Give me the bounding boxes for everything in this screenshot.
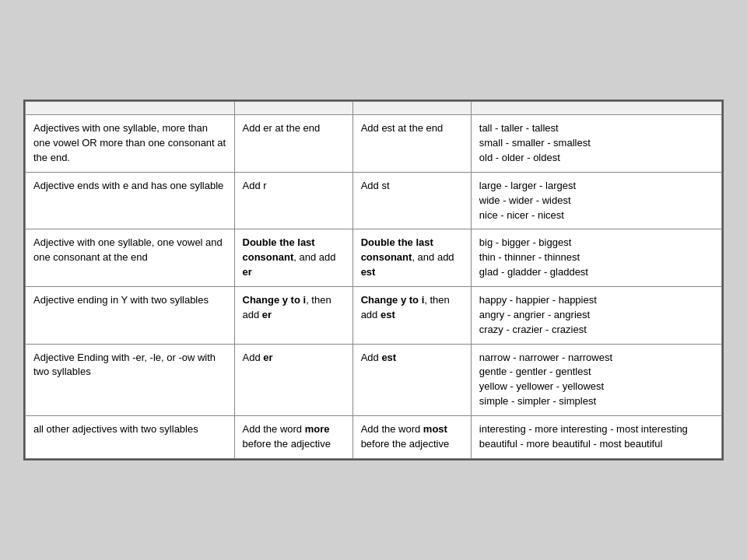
- example-item: large - larger - largest: [479, 180, 576, 191]
- cell-comparative: Double the last consonant, and add er: [234, 229, 352, 287]
- table-row: Adjective ends with e and has one syllab…: [26, 172, 722, 229]
- cell-examples: big - bigger - biggestthin - thinner - t…: [471, 229, 721, 287]
- cell-examples: tall - taller - tallestsmall - smaller -…: [471, 115, 721, 173]
- example-item: gentle - gentler - gentlest: [479, 366, 591, 377]
- header-example: [471, 102, 721, 115]
- example-item: crazy - crazier - craziest: [479, 324, 587, 335]
- example-item: happy - happier - happiest: [479, 294, 597, 306]
- example-item: narrow - narrower - narrowest: [479, 352, 612, 363]
- table-row: Adjective ending in Y with two syllables…: [26, 287, 722, 345]
- table-row: Adjective with one syllable, one vowel a…: [26, 229, 722, 287]
- header-superlative: [352, 102, 471, 115]
- example-item: wide - wider - widest: [479, 194, 571, 206]
- cell-examples: happy - happier - happiestangry - angrie…: [471, 287, 721, 345]
- header-row: [26, 102, 722, 115]
- example-item: angry - angrier - angriest: [479, 309, 590, 320]
- cell-comparative: Add er: [234, 344, 352, 415]
- example-item: beautiful - more beautiful - most beauti…: [479, 438, 663, 450]
- example-item: small - smaller - smallest: [479, 137, 591, 149]
- cell-superlative: Add the word most before the adjective: [352, 415, 471, 458]
- example-item: interesting - more interesting - most in…: [479, 423, 688, 435]
- cell-type: all other adjectives with two syllables: [26, 415, 235, 458]
- cell-type: Adjective with one syllable, one vowel a…: [26, 229, 235, 287]
- example-item: tall - taller - tallest: [479, 122, 559, 134]
- adjective-rules-table: Adjectives with one syllable, more than …: [25, 101, 722, 458]
- cell-examples: large - larger - largestwide - wider - w…: [471, 172, 721, 229]
- cell-superlative: Add est: [352, 344, 471, 415]
- table-row: Adjective Ending with -er, -le, or -ow w…: [26, 344, 722, 415]
- header-comparative: [234, 102, 352, 115]
- cell-superlative: Add st: [352, 172, 471, 229]
- cell-comparative: Add r: [234, 172, 352, 229]
- example-item: thin - thinner - thinnest: [479, 251, 580, 263]
- cell-type: Adjectives with one syllable, more than …: [26, 115, 235, 173]
- example-item: old - older - oldest: [479, 152, 560, 163]
- cell-examples: narrow - narrower - narrowestgentle - ge…: [471, 344, 721, 415]
- cell-comparative: Change y to i, then add er: [234, 287, 352, 345]
- example-item: simple - simpler - simplest: [479, 395, 596, 407]
- example-item: glad - gladder - gladdest: [479, 266, 588, 278]
- cell-type: Adjective ending in Y with two syllables: [26, 287, 235, 345]
- main-table-wrapper: Adjectives with one syllable, more than …: [23, 100, 724, 460]
- example-item: big - bigger - biggest: [479, 236, 572, 248]
- example-item: nice - nicer - nicest: [479, 209, 564, 221]
- cell-superlative: Add est at the end: [352, 115, 471, 173]
- cell-type: Adjective ends with e and has one syllab…: [26, 172, 235, 229]
- table-row: Adjectives with one syllable, more than …: [26, 115, 722, 173]
- cell-examples: interesting - more interesting - most in…: [471, 415, 721, 458]
- cell-superlative: Change y to i, then add est: [352, 287, 471, 345]
- example-item: yellow - yellower - yellowest: [479, 380, 604, 392]
- cell-superlative: Double the last consonant, and add est: [352, 229, 471, 287]
- table-row: all other adjectives with two syllablesA…: [26, 415, 722, 458]
- cell-type: Adjective Ending with -er, -le, or -ow w…: [26, 344, 235, 415]
- cell-comparative: Add er at the end: [234, 115, 352, 173]
- cell-comparative: Add the word more before the adjective: [234, 415, 352, 458]
- header-type: [26, 102, 235, 115]
